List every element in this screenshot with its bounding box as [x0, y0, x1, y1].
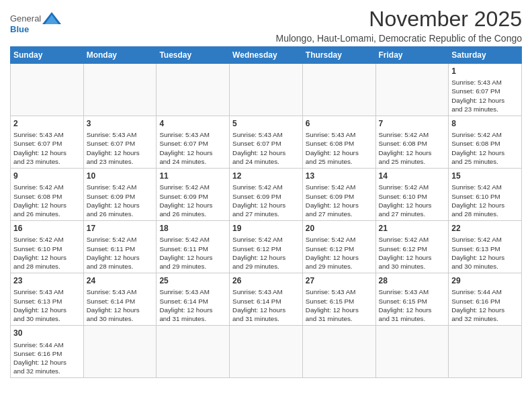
logo-blue-text: Blue	[10, 24, 29, 34]
calendar-cell: 25Sunrise: 5:43 AM Sunset: 6:14 PM Dayli…	[157, 273, 230, 326]
header-sunday: Sunday	[11, 47, 84, 64]
calendar-cell	[157, 64, 230, 116]
calendar-cell: 27Sunrise: 5:43 AM Sunset: 6:15 PM Dayli…	[302, 273, 375, 326]
day-info: Sunrise: 5:42 AM Sunset: 6:13 PM Dayligh…	[451, 235, 519, 271]
title-area: November 2025 Mulongo, Haut-Lomami, Demo…	[275, 7, 522, 44]
calendar-week-row: 2Sunrise: 5:43 AM Sunset: 6:07 PM Daylig…	[11, 116, 522, 169]
day-number: 1	[451, 66, 519, 77]
day-info: Sunrise: 5:43 AM Sunset: 6:15 PM Dayligh…	[306, 287, 373, 323]
header-thursday: Thursday	[302, 47, 375, 64]
calendar-cell	[449, 326, 522, 378]
calendar-cell: 4Sunrise: 5:43 AM Sunset: 6:07 PM Daylig…	[157, 116, 230, 169]
day-info: Sunrise: 5:43 AM Sunset: 6:15 PM Dayligh…	[379, 287, 446, 323]
calendar-cell: 8Sunrise: 5:42 AM Sunset: 6:08 PM Daylig…	[449, 116, 522, 169]
calendar-cell: 16Sunrise: 5:42 AM Sunset: 6:10 PM Dayli…	[11, 221, 84, 273]
calendar-cell	[375, 326, 449, 378]
day-number: 12	[232, 171, 300, 181]
day-number: 17	[87, 223, 154, 234]
day-number: 15	[451, 171, 519, 181]
day-number: 5	[232, 118, 300, 129]
day-number: 3	[87, 118, 154, 129]
day-number: 4	[159, 118, 226, 129]
day-info: Sunrise: 5:42 AM Sunset: 6:09 PM Dayligh…	[159, 183, 226, 218]
day-info: Sunrise: 5:42 AM Sunset: 6:08 PM Dayligh…	[13, 183, 81, 218]
day-info: Sunrise: 5:44 AM Sunset: 6:16 PM Dayligh…	[451, 287, 519, 323]
day-info: Sunrise: 5:43 AM Sunset: 6:08 PM Dayligh…	[306, 130, 373, 166]
calendar-cell: 5Sunrise: 5:43 AM Sunset: 6:07 PM Daylig…	[230, 116, 303, 169]
calendar-cell	[230, 326, 303, 378]
day-number: 14	[379, 171, 446, 181]
calendar-cell: 20Sunrise: 5:42 AM Sunset: 6:12 PM Dayli…	[302, 221, 375, 273]
day-number: 29	[451, 275, 519, 286]
day-info: Sunrise: 5:43 AM Sunset: 6:14 PM Dayligh…	[87, 287, 154, 323]
calendar-cell: 13Sunrise: 5:42 AM Sunset: 6:09 PM Dayli…	[302, 169, 375, 221]
calendar-cell: 14Sunrise: 5:42 AM Sunset: 6:10 PM Dayli…	[375, 169, 449, 221]
calendar-cell	[375, 64, 449, 116]
day-number: 27	[306, 275, 373, 286]
header-friday: Friday	[375, 47, 449, 64]
day-info: Sunrise: 5:42 AM Sunset: 6:09 PM Dayligh…	[306, 183, 373, 218]
day-info: Sunrise: 5:42 AM Sunset: 6:11 PM Dayligh…	[87, 235, 154, 271]
calendar-week-row: 16Sunrise: 5:42 AM Sunset: 6:10 PM Dayli…	[11, 221, 522, 273]
calendar-cell: 18Sunrise: 5:42 AM Sunset: 6:11 PM Dayli…	[157, 221, 230, 273]
calendar-cell: 6Sunrise: 5:43 AM Sunset: 6:08 PM Daylig…	[302, 116, 375, 169]
header-monday: Monday	[83, 47, 157, 64]
day-info: Sunrise: 5:42 AM Sunset: 6:09 PM Dayligh…	[232, 183, 300, 218]
day-number: 26	[232, 275, 300, 286]
header-wednesday: Wednesday	[230, 47, 303, 64]
calendar-cell	[83, 326, 157, 378]
calendar-cell: 19Sunrise: 5:42 AM Sunset: 6:12 PM Dayli…	[230, 221, 303, 273]
calendar-cell: 11Sunrise: 5:42 AM Sunset: 6:09 PM Dayli…	[157, 169, 230, 221]
day-info: Sunrise: 5:43 AM Sunset: 6:07 PM Dayligh…	[87, 130, 154, 166]
calendar-cell: 17Sunrise: 5:42 AM Sunset: 6:11 PM Dayli…	[83, 221, 157, 273]
calendar-week-row: 9Sunrise: 5:42 AM Sunset: 6:08 PM Daylig…	[11, 169, 522, 221]
day-number: 28	[379, 275, 446, 286]
day-number: 19	[232, 223, 300, 234]
calendar-cell: 10Sunrise: 5:42 AM Sunset: 6:09 PM Dayli…	[83, 169, 157, 221]
calendar-cell: 12Sunrise: 5:42 AM Sunset: 6:09 PM Dayli…	[230, 169, 303, 221]
calendar-cell	[230, 64, 303, 116]
calendar-cell: 28Sunrise: 5:43 AM Sunset: 6:15 PM Dayli…	[375, 273, 449, 326]
calendar-cell: 9Sunrise: 5:42 AM Sunset: 6:08 PM Daylig…	[11, 169, 84, 221]
calendar-header-row: SundayMondayTuesdayWednesdayThursdayFrid…	[11, 47, 522, 64]
day-info: Sunrise: 5:43 AM Sunset: 6:07 PM Dayligh…	[451, 78, 519, 113]
calendar-cell: 23Sunrise: 5:43 AM Sunset: 6:13 PM Dayli…	[11, 273, 84, 326]
day-info: Sunrise: 5:43 AM Sunset: 6:14 PM Dayligh…	[159, 287, 226, 323]
calendar-cell: 2Sunrise: 5:43 AM Sunset: 6:07 PM Daylig…	[11, 116, 84, 169]
day-number: 30	[13, 328, 81, 338]
day-info: Sunrise: 5:43 AM Sunset: 6:14 PM Dayligh…	[232, 287, 300, 323]
day-number: 20	[306, 223, 373, 234]
logo-general-text: General	[10, 13, 41, 24]
day-number: 7	[379, 118, 446, 129]
day-info: Sunrise: 5:42 AM Sunset: 6:08 PM Dayligh…	[379, 130, 446, 166]
day-info: Sunrise: 5:43 AM Sunset: 6:07 PM Dayligh…	[232, 130, 300, 166]
calendar-week-row: 30Sunrise: 5:44 AM Sunset: 6:16 PM Dayli…	[11, 326, 522, 378]
day-info: Sunrise: 5:42 AM Sunset: 6:11 PM Dayligh…	[159, 235, 226, 271]
day-number: 16	[13, 223, 81, 234]
day-number: 10	[87, 171, 154, 181]
calendar-table: SundayMondayTuesdayWednesdayThursdayFrid…	[10, 46, 522, 378]
calendar-cell: 15Sunrise: 5:42 AM Sunset: 6:10 PM Dayli…	[449, 169, 522, 221]
day-info: Sunrise: 5:43 AM Sunset: 6:07 PM Dayligh…	[159, 130, 226, 166]
logo-icon	[42, 12, 61, 24]
page-header: General Blue November 2025 Mulongo, Haut…	[10, 7, 522, 44]
day-info: Sunrise: 5:44 AM Sunset: 6:16 PM Dayligh…	[13, 340, 81, 376]
calendar-week-row: 23Sunrise: 5:43 AM Sunset: 6:13 PM Dayli…	[11, 273, 522, 326]
day-info: Sunrise: 5:42 AM Sunset: 6:10 PM Dayligh…	[379, 183, 446, 218]
day-number: 2	[13, 118, 81, 129]
calendar-week-row: 1Sunrise: 5:43 AM Sunset: 6:07 PM Daylig…	[11, 64, 522, 116]
day-number: 18	[159, 223, 226, 234]
day-number: 13	[306, 171, 373, 181]
calendar-cell	[157, 326, 230, 378]
calendar-cell: 26Sunrise: 5:43 AM Sunset: 6:14 PM Dayli…	[230, 273, 303, 326]
calendar-cell: 29Sunrise: 5:44 AM Sunset: 6:16 PM Dayli…	[449, 273, 522, 326]
calendar-cell	[302, 326, 375, 378]
logo-area: General Blue	[10, 7, 61, 34]
day-number: 21	[379, 223, 446, 234]
calendar-cell: 7Sunrise: 5:42 AM Sunset: 6:08 PM Daylig…	[375, 116, 449, 169]
day-info: Sunrise: 5:42 AM Sunset: 6:08 PM Dayligh…	[451, 130, 519, 166]
day-number: 25	[159, 275, 226, 286]
day-info: Sunrise: 5:43 AM Sunset: 6:07 PM Dayligh…	[13, 130, 81, 166]
day-number: 23	[13, 275, 81, 286]
calendar-cell	[83, 64, 157, 116]
